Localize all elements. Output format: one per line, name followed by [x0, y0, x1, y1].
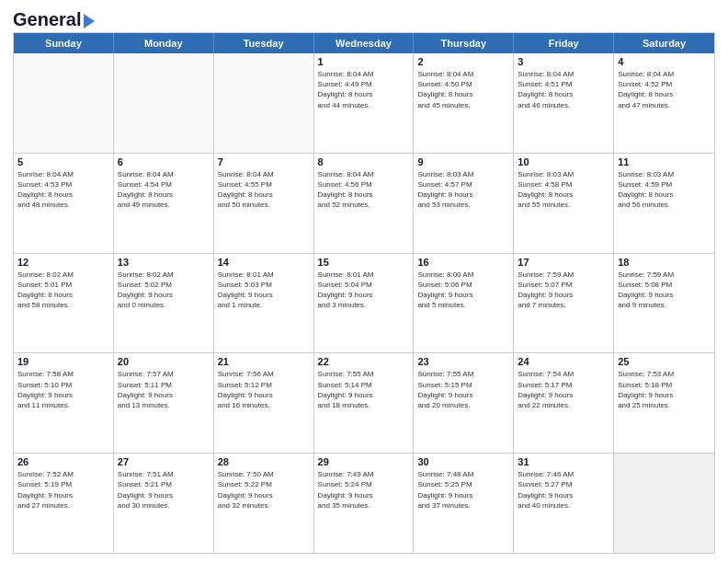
day-info: Sunrise: 7:50 AM Sunset: 5:22 PM Dayligh… [218, 469, 310, 511]
day-cell-20: 20Sunrise: 7:57 AM Sunset: 5:11 PM Dayli… [114, 353, 214, 453]
day-info: Sunrise: 7:59 AM Sunset: 5:08 PM Dayligh… [618, 270, 711, 311]
day-info: Sunrise: 8:04 AM Sunset: 4:53 PM Dayligh… [17, 169, 109, 211]
day-cell-31: 31Sunrise: 7:46 AM Sunset: 5:27 PM Dayli… [514, 454, 614, 553]
day-info: Sunrise: 7:58 AM Sunset: 5:10 PM Dayligh… [17, 369, 109, 410]
day-number: 5 [17, 156, 109, 167]
day-cell-29: 29Sunrise: 7:49 AM Sunset: 5:24 PM Dayli… [314, 454, 415, 553]
day-info: Sunrise: 7:55 AM Sunset: 5:14 PM Dayligh… [318, 369, 410, 410]
day-info: Sunrise: 7:53 AM Sunset: 5:18 PM Dayligh… [618, 369, 711, 410]
day-info: Sunrise: 7:49 AM Sunset: 5:24 PM Dayligh… [318, 469, 410, 511]
day-info: Sunrise: 8:01 AM Sunset: 5:04 PM Dayligh… [318, 270, 410, 311]
day-info: Sunrise: 7:59 AM Sunset: 5:07 PM Dayligh… [518, 270, 609, 311]
logo-general: General [13, 9, 81, 30]
day-info: Sunrise: 8:04 AM Sunset: 4:52 PM Dayligh… [618, 69, 711, 110]
day-cell-26: 26Sunrise: 7:52 AM Sunset: 5:19 PM Dayli… [14, 454, 114, 553]
day-number: 15 [318, 257, 410, 268]
day-cell-4: 4Sunrise: 8:04 AM Sunset: 4:52 PM Daylig… [614, 53, 714, 153]
empty-cell [14, 53, 114, 153]
day-number: 2 [417, 56, 509, 67]
day-number: 19 [17, 356, 109, 367]
day-info: Sunrise: 8:04 AM Sunset: 4:50 PM Dayligh… [417, 69, 509, 110]
day-number: 3 [518, 56, 609, 67]
day-number: 16 [417, 257, 509, 268]
calendar-row-1: 1Sunrise: 8:04 AM Sunset: 4:49 PM Daylig… [14, 53, 714, 154]
day-number: 20 [118, 356, 210, 367]
day-number: 24 [518, 356, 609, 367]
day-cell-5: 5Sunrise: 8:04 AM Sunset: 4:53 PM Daylig… [14, 154, 114, 253]
calendar-row-3: 12Sunrise: 8:02 AM Sunset: 5:01 PM Dayli… [14, 254, 714, 354]
day-number: 22 [318, 356, 410, 367]
day-info: Sunrise: 8:04 AM Sunset: 4:56 PM Dayligh… [318, 169, 410, 211]
day-cell-3: 3Sunrise: 8:04 AM Sunset: 4:51 PM Daylig… [514, 53, 614, 153]
day-number: 28 [218, 456, 310, 467]
day-info: Sunrise: 7:51 AM Sunset: 5:21 PM Dayligh… [118, 469, 210, 511]
day-cell-17: 17Sunrise: 7:59 AM Sunset: 5:07 PM Dayli… [514, 254, 614, 353]
day-info: Sunrise: 8:02 AM Sunset: 5:01 PM Dayligh… [17, 270, 109, 311]
day-info: Sunrise: 7:56 AM Sunset: 5:12 PM Dayligh… [218, 369, 310, 410]
day-info: Sunrise: 8:00 AM Sunset: 5:06 PM Dayligh… [417, 270, 509, 311]
day-cell-10: 10Sunrise: 8:03 AM Sunset: 4:58 PM Dayli… [514, 154, 614, 253]
day-number: 18 [618, 257, 711, 268]
calendar: SundayMondayTuesdayWednesdayThursdayFrid… [13, 32, 715, 554]
day-info: Sunrise: 8:03 AM Sunset: 4:59 PM Dayligh… [618, 169, 711, 211]
day-cell-2: 2Sunrise: 8:04 AM Sunset: 4:50 PM Daylig… [414, 53, 514, 153]
header-day-thursday: Thursday [414, 33, 514, 53]
header-day-sunday: Sunday [14, 33, 114, 53]
calendar-header: SundayMondayTuesdayWednesdayThursdayFrid… [14, 33, 714, 53]
empty-cell [114, 53, 214, 153]
calendar-row-2: 5Sunrise: 8:04 AM Sunset: 4:53 PM Daylig… [14, 154, 714, 254]
day-info: Sunrise: 8:01 AM Sunset: 5:03 PM Dayligh… [218, 270, 310, 311]
day-cell-24: 24Sunrise: 7:54 AM Sunset: 5:17 PM Dayli… [514, 353, 614, 453]
header-day-wednesday: Wednesday [314, 33, 415, 53]
day-number: 6 [118, 156, 210, 167]
day-cell-1: 1Sunrise: 8:04 AM Sunset: 4:49 PM Daylig… [314, 53, 415, 153]
header-day-friday: Friday [514, 33, 614, 53]
day-cell-25: 25Sunrise: 7:53 AM Sunset: 5:18 PM Dayli… [614, 353, 714, 453]
day-info: Sunrise: 8:03 AM Sunset: 4:58 PM Dayligh… [518, 169, 609, 211]
day-cell-19: 19Sunrise: 7:58 AM Sunset: 5:10 PM Dayli… [14, 353, 114, 453]
day-number: 21 [218, 356, 310, 367]
day-number: 11 [618, 156, 711, 167]
day-cell-18: 18Sunrise: 7:59 AM Sunset: 5:08 PM Dayli… [614, 254, 714, 353]
day-cell-14: 14Sunrise: 8:01 AM Sunset: 5:03 PM Dayli… [214, 254, 314, 353]
day-number: 4 [618, 56, 711, 67]
day-number: 27 [118, 456, 210, 467]
day-info: Sunrise: 8:04 AM Sunset: 4:55 PM Dayligh… [218, 169, 310, 211]
day-number: 8 [318, 156, 410, 167]
day-cell-6: 6Sunrise: 8:04 AM Sunset: 4:54 PM Daylig… [114, 154, 214, 253]
day-number: 26 [17, 456, 109, 467]
day-cell-30: 30Sunrise: 7:48 AM Sunset: 5:25 PM Dayli… [414, 454, 514, 553]
day-cell-23: 23Sunrise: 7:55 AM Sunset: 5:15 PM Dayli… [414, 353, 514, 453]
day-cell-15: 15Sunrise: 8:01 AM Sunset: 5:04 PM Dayli… [314, 254, 415, 353]
logo: General [13, 9, 95, 27]
day-info: Sunrise: 8:04 AM Sunset: 4:49 PM Dayligh… [318, 69, 410, 110]
day-number: 7 [218, 156, 310, 167]
day-number: 25 [618, 356, 711, 367]
day-info: Sunrise: 7:54 AM Sunset: 5:17 PM Dayligh… [518, 369, 609, 410]
calendar-body: 1Sunrise: 8:04 AM Sunset: 4:49 PM Daylig… [14, 53, 714, 553]
day-info: Sunrise: 7:48 AM Sunset: 5:25 PM Dayligh… [417, 469, 509, 511]
day-cell-9: 9Sunrise: 8:03 AM Sunset: 4:57 PM Daylig… [414, 154, 514, 253]
day-cell-13: 13Sunrise: 8:02 AM Sunset: 5:02 PM Dayli… [114, 254, 214, 353]
day-cell-12: 12Sunrise: 8:02 AM Sunset: 5:01 PM Dayli… [14, 254, 114, 353]
day-cell-8: 8Sunrise: 8:04 AM Sunset: 4:56 PM Daylig… [314, 154, 415, 253]
day-info: Sunrise: 7:55 AM Sunset: 5:15 PM Dayligh… [417, 369, 509, 410]
day-info: Sunrise: 8:04 AM Sunset: 4:51 PM Dayligh… [518, 69, 609, 110]
calendar-row-5: 26Sunrise: 7:52 AM Sunset: 5:19 PM Dayli… [14, 454, 714, 553]
day-info: Sunrise: 7:46 AM Sunset: 5:27 PM Dayligh… [518, 469, 609, 511]
day-number: 31 [518, 456, 609, 467]
day-number: 23 [417, 356, 509, 367]
day-info: Sunrise: 8:02 AM Sunset: 5:02 PM Dayligh… [118, 270, 210, 311]
day-info: Sunrise: 7:52 AM Sunset: 5:19 PM Dayligh… [17, 469, 109, 511]
day-cell-11: 11Sunrise: 8:03 AM Sunset: 4:59 PM Dayli… [614, 154, 714, 253]
empty-cell [214, 53, 314, 153]
day-number: 13 [118, 257, 210, 268]
logo-arrow-icon [84, 14, 95, 29]
day-info: Sunrise: 7:57 AM Sunset: 5:11 PM Dayligh… [118, 369, 210, 410]
day-cell-21: 21Sunrise: 7:56 AM Sunset: 5:12 PM Dayli… [214, 353, 314, 453]
day-number: 12 [17, 257, 109, 268]
day-cell-7: 7Sunrise: 8:04 AM Sunset: 4:55 PM Daylig… [214, 154, 314, 253]
day-number: 17 [518, 257, 609, 268]
day-cell-16: 16Sunrise: 8:00 AM Sunset: 5:06 PM Dayli… [414, 254, 514, 353]
day-number: 29 [318, 456, 410, 467]
